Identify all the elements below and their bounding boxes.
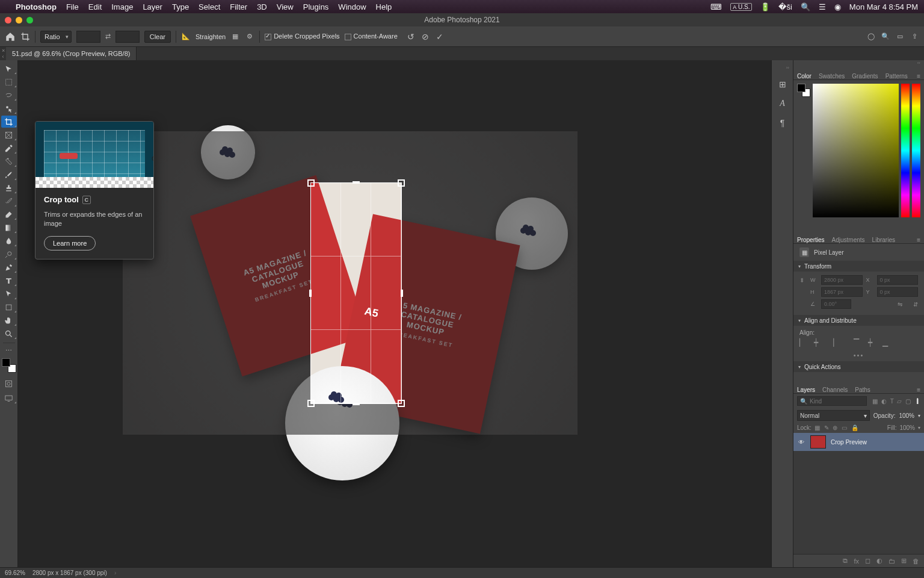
character-panel-icon[interactable]: ⊞ xyxy=(777,79,788,90)
menu-image[interactable]: Image xyxy=(111,2,133,11)
tab-color[interactable]: Color xyxy=(797,73,812,79)
grid-overlay-icon[interactable]: ▦ xyxy=(230,32,240,42)
history-brush-tool[interactable] xyxy=(1,195,17,207)
menu-select[interactable]: Select xyxy=(199,2,220,11)
tab-adjustments[interactable]: Adjustments xyxy=(832,237,865,243)
straighten-icon[interactable]: 📐 xyxy=(181,32,191,42)
crop-handle-b[interactable] xyxy=(353,403,360,405)
align-left-icon[interactable]: ▏ xyxy=(799,338,808,347)
lasso-tool[interactable] xyxy=(1,89,17,101)
transform-section[interactable]: Transform xyxy=(793,261,924,272)
tab-channels[interactable]: Channels xyxy=(822,387,848,393)
doc-dimensions[interactable]: 2800 px x 1867 px (300 ppi) xyxy=(32,570,107,576)
bluetooth-icon[interactable]: ⌨ xyxy=(710,2,722,11)
align-bottom-icon[interactable]: ▁ xyxy=(882,338,891,347)
wifi-icon[interactable]: �ši xyxy=(778,2,792,11)
blur-tool[interactable] xyxy=(1,235,17,247)
delete-layer-icon[interactable]: 🗑 xyxy=(913,558,919,565)
straighten-label[interactable]: Straighten xyxy=(196,33,226,40)
select-subject-icon[interactable]: ◯ xyxy=(866,32,876,42)
share-icon[interactable]: ⇪ xyxy=(910,32,919,42)
crop-width-input[interactable] xyxy=(76,31,100,43)
panel-menu-icon[interactable]: ≡ xyxy=(917,237,920,243)
cancel-crop-icon[interactable]: ⊘ xyxy=(422,32,429,42)
layer-fx-icon[interactable]: fx xyxy=(854,558,859,565)
quick-select-tool[interactable] xyxy=(1,102,17,114)
height-field[interactable]: 1867 px xyxy=(821,287,863,297)
edit-toolbar-icon[interactable]: ⋯ xyxy=(1,346,17,355)
clock[interactable]: Mon Mar 4 8:54 PM xyxy=(849,2,918,11)
input-lang[interactable]: A U.S. xyxy=(730,3,752,11)
layer-mask-icon[interactable]: ◻ xyxy=(865,557,870,565)
crop-options-icon[interactable]: ⚙ xyxy=(245,32,254,42)
shape-tool[interactable] xyxy=(1,301,17,313)
marquee-tool[interactable] xyxy=(1,76,17,88)
learn-more-button[interactable]: Learn more xyxy=(44,236,96,250)
layer-visibility-icon[interactable]: 👁 xyxy=(797,439,805,446)
siri-icon[interactable]: ◉ xyxy=(834,2,841,11)
filter-adjust-icon[interactable]: ◐ xyxy=(881,398,887,405)
filter-type-icon[interactable]: T xyxy=(890,398,894,405)
window-maximize-button[interactable] xyxy=(26,17,33,23)
search-icon[interactable]: 🔍 xyxy=(881,32,890,42)
layer-filter-select[interactable]: 🔍Kind xyxy=(797,396,867,406)
hue-slider[interactable] xyxy=(901,84,910,217)
window-close-button[interactable] xyxy=(5,17,11,23)
align-hcenter-icon[interactable]: ┿ xyxy=(814,338,822,347)
status-chevron-icon[interactable]: › xyxy=(114,570,116,576)
app-name[interactable]: Photoshop xyxy=(16,2,57,11)
zoom-level[interactable]: 69.62% xyxy=(5,570,25,576)
screen-mode-icon[interactable] xyxy=(1,392,17,404)
crop-ratio-select[interactable]: Ratio xyxy=(40,31,72,43)
crop-handle-tl[interactable] xyxy=(307,179,315,187)
frame-tool[interactable] xyxy=(1,129,17,141)
opacity-value[interactable]: 100% xyxy=(899,412,914,419)
menu-plugins[interactable]: Plugins xyxy=(303,2,329,11)
angle-field[interactable]: 0.00° xyxy=(821,299,851,309)
lock-artboard-icon[interactable]: ▭ xyxy=(842,424,847,431)
lock-paint-icon[interactable]: ✎ xyxy=(824,424,829,431)
canvas[interactable]: A5 MAGAZINE / CATALOGUE MOCKUP BREAKFAST… xyxy=(18,60,771,567)
clear-button[interactable]: Clear xyxy=(144,31,171,43)
content-aware-checkbox[interactable]: Content-Aware xyxy=(345,33,398,40)
group-icon[interactable]: 🗀 xyxy=(889,558,895,565)
healing-tool[interactable] xyxy=(1,155,17,167)
tab-patterns[interactable]: Patterns xyxy=(886,73,908,79)
new-layer-icon[interactable]: ⊞ xyxy=(901,557,907,565)
spotlight-icon[interactable]: 🔍 xyxy=(801,2,810,11)
menu-3d[interactable]: 3D xyxy=(257,2,267,11)
window-minimize-button[interactable] xyxy=(16,17,22,23)
filter-smart-icon[interactable]: ▢ xyxy=(905,398,911,405)
paragraph-panel-icon[interactable]: ¶ xyxy=(777,117,788,128)
eraser-tool[interactable] xyxy=(1,208,17,220)
swap-dimensions-icon[interactable]: ⇄ xyxy=(105,33,111,40)
menu-type[interactable]: Type xyxy=(172,2,189,11)
stamp-tool[interactable] xyxy=(1,182,17,194)
tab-properties[interactable]: Properties xyxy=(797,237,825,243)
crop-handle-tr[interactable] xyxy=(398,179,405,187)
menu-help[interactable]: Help xyxy=(376,2,392,11)
type-tool[interactable] xyxy=(1,275,17,287)
more-options-icon[interactable]: ••• xyxy=(793,352,924,361)
x-field[interactable]: 0 px xyxy=(877,275,919,285)
menu-view[interactable]: View xyxy=(277,2,294,11)
arrange-docs-icon[interactable]: ▭ xyxy=(895,32,905,42)
eyedropper-tool[interactable] xyxy=(1,142,17,154)
y-field[interactable]: 0 px xyxy=(877,287,919,297)
delete-cropped-checkbox[interactable]: Delete Cropped Pixels xyxy=(265,33,339,40)
filter-toggle-icon[interactable]: ⏽ xyxy=(914,398,920,405)
link-layers-icon[interactable]: ⧉ xyxy=(843,557,848,565)
blend-mode-select[interactable]: Normal▾ xyxy=(797,410,870,421)
tab-paths[interactable]: Paths xyxy=(855,387,870,393)
home-icon[interactable] xyxy=(5,31,16,42)
menu-layer[interactable]: Layer xyxy=(143,2,162,11)
flip-v-icon[interactable]: ⇵ xyxy=(913,301,918,308)
adjustment-layer-icon[interactable]: ◐ xyxy=(876,557,882,565)
layer-row[interactable]: 👁 Crop Preview xyxy=(793,433,924,451)
tab-swatches[interactable]: Swatches xyxy=(819,73,845,79)
filter-shape-icon[interactable]: ▱ xyxy=(897,398,902,405)
battery-icon[interactable]: 🔋 xyxy=(760,2,770,11)
crop-handle-t[interactable] xyxy=(353,181,360,184)
glyphs-panel-icon[interactable]: A xyxy=(777,98,788,109)
align-section[interactable]: Align and Distribute xyxy=(793,315,924,326)
